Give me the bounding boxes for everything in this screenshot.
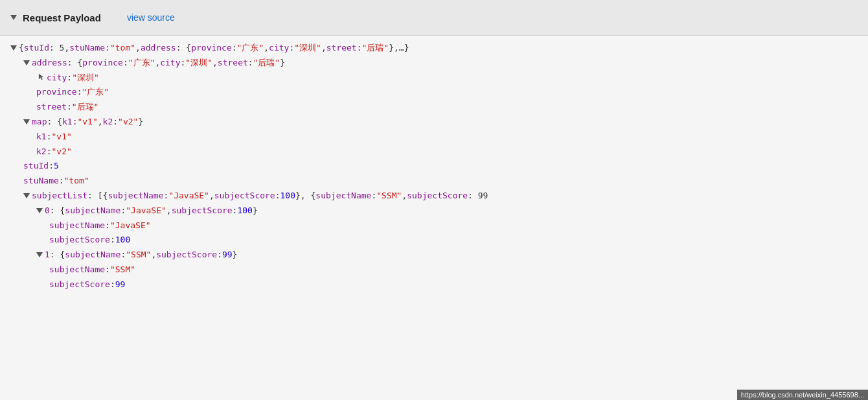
k1-line: k1 : "v1" xyxy=(0,130,868,145)
address-toggle[interactable] xyxy=(23,60,30,65)
payload-content: { stuId : 5, stuName : "tom" , address :… xyxy=(0,36,868,400)
street-line: street : "后瑞" xyxy=(0,100,868,115)
url-bar: https://blog.csdn.net/weixin_4455698... xyxy=(737,390,868,400)
subjectlist-toggle[interactable] xyxy=(23,193,30,198)
item1-name-line: subjectName : "SSM" xyxy=(0,263,868,277)
view-source-link[interactable]: view source xyxy=(127,12,175,23)
item0-score-line: subjectScore : 100 xyxy=(0,233,868,248)
stuid-line: stuId : 5 xyxy=(0,159,868,174)
item1-toggle[interactable] xyxy=(36,252,43,257)
root-line: { stuId : 5, stuName : "tom" , address :… xyxy=(0,41,868,56)
item0-toggle[interactable] xyxy=(36,208,43,213)
stuname-line: stuName : "tom" xyxy=(0,174,868,189)
collapse-icon xyxy=(10,15,17,20)
root-toggle[interactable] xyxy=(10,45,17,51)
k2-line: k2 : "v2" xyxy=(0,145,868,159)
header-toggle[interactable]: Request Payload xyxy=(10,12,101,23)
city-line: city : "深圳" xyxy=(0,71,868,86)
url-text: https://blog.csdn.net/weixin_4455698... xyxy=(741,391,864,399)
item0-summary-line: 0 : { subjectName : "JavaSE" , subjectSc… xyxy=(0,204,868,218)
map-summary-line: map : { k1 : "v1" , k2 : "v2" } xyxy=(0,115,868,130)
address-summary-line: address : { province : "广东" , city : "深圳… xyxy=(0,56,868,71)
map-toggle[interactable] xyxy=(23,119,30,124)
section-title: Request Payload xyxy=(23,12,101,23)
subjectlist-summary-line: subjectList : [{ subjectName : "JavaSE" … xyxy=(0,189,868,204)
item1-score-line: subjectScore : 99 xyxy=(0,277,868,292)
province-line: province : "广东" xyxy=(0,85,868,100)
request-payload-header: Request Payload view source xyxy=(0,0,868,36)
item1-summary-line: 1 : { subjectName : "SSM" , subjectScore… xyxy=(0,248,868,263)
cursor-icon xyxy=(36,73,45,82)
item0-name-line: subjectName : "JavaSE" xyxy=(0,218,868,233)
